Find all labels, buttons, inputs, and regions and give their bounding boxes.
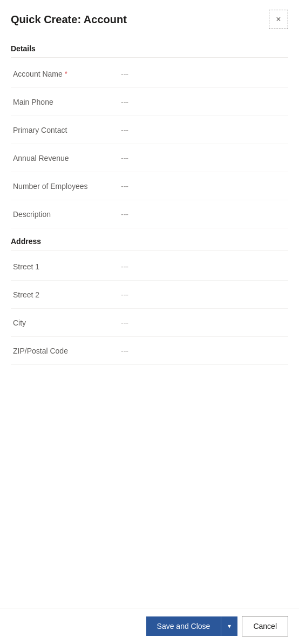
field-value-primary-contact[interactable]: ---: [121, 126, 286, 134]
section-header-address: Address: [11, 228, 288, 250]
field-label-text-account-name: Account Name: [13, 70, 63, 78]
field-label-text-city: City: [13, 318, 26, 327]
field-label-text-number-of-employees: Number of Employees: [13, 182, 88, 191]
field-value-number-of-employees[interactable]: ---: [121, 182, 286, 191]
field-row-annual-revenue: Annual Revenue---: [11, 144, 288, 172]
modal-header: Quick Create: Account ×: [0, 0, 299, 36]
field-label-main-phone: Main Phone: [13, 98, 121, 106]
field-value-account-name[interactable]: ---: [121, 70, 286, 78]
modal-title: Quick Create: Account: [11, 13, 127, 26]
modal-footer: Save and Close ▾ Cancel: [0, 608, 299, 644]
field-label-primary-contact: Primary Contact: [13, 126, 121, 134]
save-dropdown-button[interactable]: ▾: [221, 616, 237, 636]
field-row-main-phone: Main Phone---: [11, 88, 288, 116]
field-value-city[interactable]: ---: [121, 318, 286, 327]
section-header-details: Details: [11, 36, 288, 58]
field-value-street-2[interactable]: ---: [121, 290, 286, 299]
field-label-street-2: Street 2: [13, 290, 121, 299]
field-row-description: Description---: [11, 200, 288, 228]
save-button-group: Save and Close ▾: [146, 616, 238, 636]
field-label-annual-revenue: Annual Revenue: [13, 154, 121, 162]
save-and-close-button[interactable]: Save and Close: [146, 616, 221, 636]
field-label-text-main-phone: Main Phone: [13, 98, 53, 106]
field-label-text-street-2: Street 2: [13, 290, 39, 299]
close-button[interactable]: ×: [269, 10, 288, 29]
field-label-account-name: Account Name*: [13, 70, 121, 78]
field-value-main-phone[interactable]: ---: [121, 98, 286, 106]
modal-quick-create-account: Quick Create: Account × DetailsAccount N…: [0, 0, 299, 644]
field-label-street-1: Street 1: [13, 262, 121, 271]
field-row-street-2: Street 2---: [11, 281, 288, 309]
field-label-city: City: [13, 318, 121, 327]
field-row-primary-contact: Primary Contact---: [11, 116, 288, 144]
modal-body: DetailsAccount Name*---Main Phone---Prim…: [0, 36, 299, 608]
field-label-text-annual-revenue: Annual Revenue: [13, 154, 69, 162]
chevron-down-icon: ▾: [228, 622, 231, 630]
field-row-account-name: Account Name*---: [11, 60, 288, 88]
field-value-street-1[interactable]: ---: [121, 262, 286, 271]
field-value-description[interactable]: ---: [121, 210, 286, 219]
field-label-text-primary-contact: Primary Contact: [13, 126, 67, 134]
field-value-annual-revenue[interactable]: ---: [121, 154, 286, 162]
field-label-zip-postal-code: ZIP/Postal Code: [13, 347, 121, 355]
field-label-text-zip-postal-code: ZIP/Postal Code: [13, 347, 68, 355]
field-row-zip-postal-code: ZIP/Postal Code---: [11, 337, 288, 365]
field-value-zip-postal-code[interactable]: ---: [121, 347, 286, 355]
field-label-description: Description: [13, 210, 121, 219]
field-label-text-description: Description: [13, 210, 51, 219]
field-label-number-of-employees: Number of Employees: [13, 182, 121, 191]
close-icon: ×: [276, 15, 281, 24]
field-row-street-1: Street 1---: [11, 253, 288, 281]
field-row-number-of-employees: Number of Employees---: [11, 172, 288, 200]
field-label-text-street-1: Street 1: [13, 262, 39, 271]
field-row-city: City---: [11, 309, 288, 337]
cancel-button[interactable]: Cancel: [242, 616, 288, 636]
required-indicator: *: [65, 70, 67, 78]
